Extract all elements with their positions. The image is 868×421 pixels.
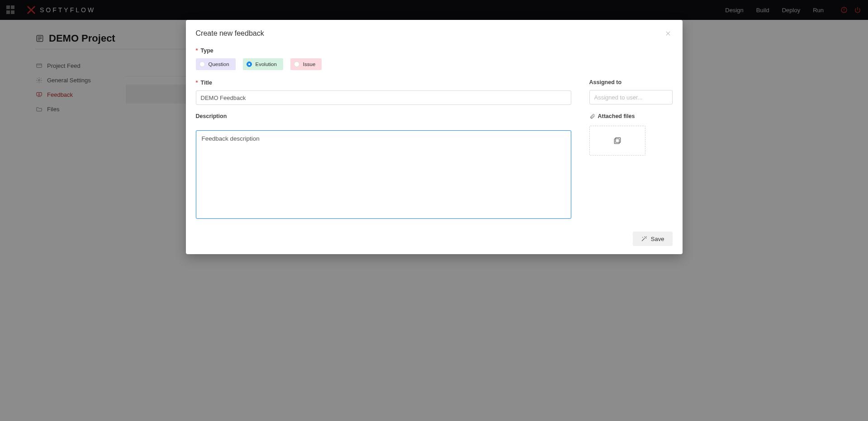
assigned-to-input[interactable] [589,90,673,104]
svg-rect-16 [615,137,620,142]
title-input[interactable] [196,90,571,105]
type-label-text: Evolution [256,61,277,67]
required-mark: * [196,79,198,86]
type-row: Question Evolution Issue [196,58,673,70]
description-textarea[interactable] [196,130,571,219]
save-button[interactable]: Save [633,232,673,246]
attached-files-label: Attached files [589,113,673,119]
paperclip-icon [589,114,595,119]
save-button-label: Save [651,236,664,242]
modal-header: Create new feedback [186,20,683,44]
radio-icon [199,61,205,67]
file-upload-box[interactable] [589,126,645,156]
radio-icon [247,61,252,67]
create-feedback-modal: Create new feedback * Type Question Evol… [186,20,683,254]
svg-rect-17 [614,139,619,144]
assigned-to-label: Assigned to [589,79,673,85]
type-evolution[interactable]: Evolution [243,58,283,70]
magic-wand-icon [641,236,647,242]
modal-overlay: Create new feedback * Type Question Evol… [0,0,868,421]
title-label: * Title [196,79,571,86]
close-icon[interactable] [664,29,673,38]
type-label-text: Issue [303,61,316,67]
modal-title: Create new feedback [196,29,264,38]
type-question[interactable]: Question [196,58,236,70]
type-label-text: Question [209,61,229,67]
type-issue[interactable]: Issue [290,58,322,70]
modal-footer: Save [186,225,683,254]
radio-icon [294,61,299,67]
description-label: Description [196,113,571,119]
image-stack-icon [613,136,622,145]
type-label: * Type [196,47,673,54]
required-mark: * [196,47,198,54]
